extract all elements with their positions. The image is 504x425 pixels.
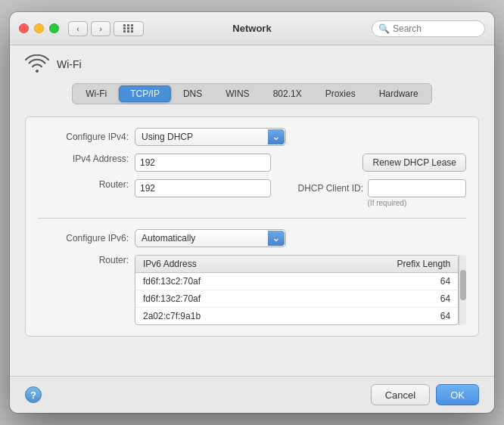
ipv6-table: IPv6 Address Prefix Length fd6f:13c2:70a… [135, 256, 458, 324]
ipv4-address-label: IPv4 Address: [38, 154, 129, 164]
configure-ipv6-select[interactable]: Automatically [135, 229, 286, 247]
router-row: Router: DHCP Client ID: (If required) [38, 179, 466, 207]
search-icon: 🔍 [378, 23, 390, 34]
maximize-button[interactable] [49, 23, 59, 33]
router-input[interactable] [135, 179, 271, 197]
nav-buttons: ‹ › [68, 21, 110, 36]
scrollbar[interactable] [459, 255, 466, 325]
grid-icon [123, 24, 134, 33]
tab-proxies[interactable]: Proxies [314, 85, 367, 102]
table-row[interactable]: fd6f:13c2:70af64 [135, 290, 458, 308]
divider [38, 218, 466, 219]
table-row[interactable]: fd6f:13c2:70af64 [135, 273, 458, 290]
wifi-icon [25, 54, 49, 74]
tab-wins[interactable]: WINS [214, 85, 260, 102]
scrollbar-thumb[interactable] [460, 270, 466, 300]
form-area: Configure IPv4: Using DHCP IPv4 Address:… [25, 116, 479, 337]
ok-button[interactable]: OK [436, 384, 479, 405]
wifi-header: Wi-Fi [25, 54, 479, 74]
configure-ipv6-wrapper: Automatically [135, 229, 286, 247]
ipv6-address-cell: fd6f:13c2:70af [135, 290, 301, 308]
search-input[interactable] [393, 23, 478, 34]
search-box[interactable]: 🔍 [372, 20, 485, 37]
cancel-button[interactable]: Cancel [371, 384, 430, 405]
tab-hardware[interactable]: Hardware [368, 85, 430, 102]
ipv6-table-container: IPv6 Address Prefix Length fd6f:13c2:70a… [135, 255, 466, 325]
table-row[interactable]: 2a02:c7f:9a1b64 [135, 308, 458, 325]
ipv4-address-row: IPv4 Address: Renew DHCP Lease [38, 154, 466, 172]
renew-dhcp-button[interactable]: Renew DHCP Lease [362, 154, 466, 172]
wifi-label: Wi-Fi [57, 58, 82, 70]
window-title: Network [232, 23, 271, 34]
dhcp-client-label: DHCP Client ID: [298, 183, 363, 194]
tab-wifi[interactable]: Wi-Fi [74, 85, 118, 102]
ipv6-table-wrapper: IPv6 Address Prefix Length fd6f:13c2:70a… [135, 255, 459, 325]
configure-ipv6-label: Configure IPv6: [38, 233, 129, 244]
titlebar: ‹ › Network 🔍 [10, 12, 494, 45]
if-required-text: (If required) [368, 199, 407, 207]
router-label: Router: [38, 179, 129, 190]
prefix-length-cell: 64 [301, 273, 458, 290]
configure-ipv4-label: Configure IPv4: [38, 132, 129, 142]
router6-row: Router: IPv6 Address Prefix Length fd6 [38, 255, 466, 325]
tabs: Wi-Fi TCP/IP DNS WINS 802.1X Proxies Har… [72, 83, 431, 104]
content-area: Wi-Fi Wi-Fi TCP/IP DNS WINS 802.1X Proxi… [10, 45, 494, 376]
tab-dns[interactable]: DNS [172, 85, 213, 102]
configure-ipv6-row: Configure IPv6: Automatically [38, 229, 466, 247]
close-button[interactable] [19, 23, 29, 33]
tabs-container: Wi-Fi TCP/IP DNS WINS 802.1X Proxies Har… [25, 83, 479, 104]
ipv6-address-cell: fd6f:13c2:70af [135, 273, 301, 290]
configure-ipv4-row: Configure IPv4: Using DHCP [38, 128, 466, 146]
grid-button[interactable] [114, 21, 144, 36]
network-window: ‹ › Network 🔍 [10, 12, 494, 413]
configure-ipv4-select[interactable]: Using DHCP [135, 128, 286, 146]
prefix-length-cell: 64 [301, 290, 458, 308]
tab-8021x[interactable]: 802.1X [262, 85, 313, 102]
action-buttons: Cancel OK [371, 384, 479, 405]
ipv4-address-input[interactable] [135, 154, 271, 172]
router6-label: Router: [38, 255, 129, 265]
ipv6-address-cell: 2a02:c7f:9a1b [135, 308, 301, 325]
tab-tcpip[interactable]: TCP/IP [119, 85, 171, 102]
help-button[interactable]: ? [25, 386, 42, 403]
configure-ipv4-wrapper: Using DHCP [135, 128, 286, 146]
minimize-button[interactable] [34, 23, 44, 33]
ipv6-col-address: IPv6 Address [135, 256, 301, 273]
bottom-bar: ? Cancel OK [10, 376, 494, 413]
back-button[interactable]: ‹ [68, 21, 88, 36]
dhcp-client-input[interactable] [368, 179, 466, 197]
traffic-lights [19, 23, 59, 33]
forward-button[interactable]: › [91, 21, 110, 36]
prefix-length-cell: 64 [301, 308, 458, 325]
ipv6-col-prefix: Prefix Length [301, 256, 458, 273]
